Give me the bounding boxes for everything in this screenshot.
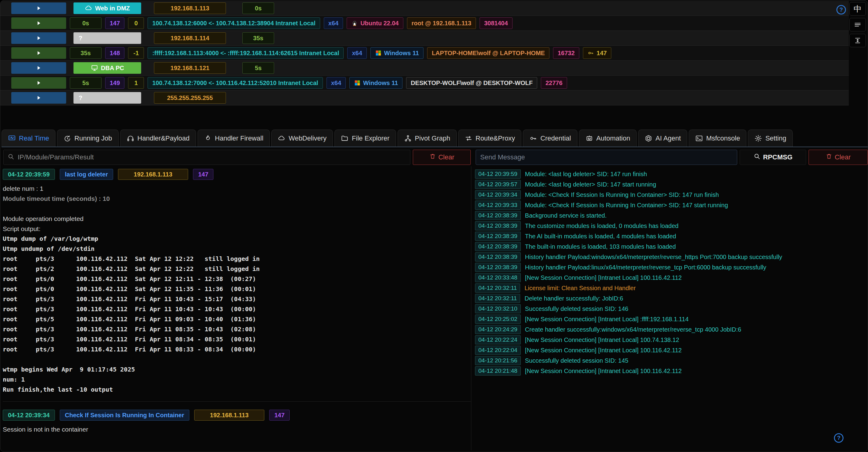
tab-label: Setting (765, 134, 786, 142)
rpc-log-time-chip: 04-12 20:39:34 (475, 190, 521, 199)
play-button[interactable] (11, 77, 66, 89)
play-button[interactable] (11, 92, 66, 104)
session-row[interactable]: 5s1491100.74.138.12:7000 <- 100.116.42.1… (0, 75, 849, 91)
log-time-chip: 04-12 20:39:59 (3, 169, 55, 180)
tab-handler-firewall[interactable]: Handler Firewall (197, 130, 270, 147)
filter-bar: Clear RPCMSG Clear (0, 149, 868, 165)
tab-credential[interactable]: Credential (523, 130, 577, 147)
vertical-resize-icon (854, 37, 862, 44)
rpcmsg-label: RPCMSG (763, 153, 793, 161)
search-input[interactable] (18, 153, 406, 161)
return-code-chip: -1 (128, 47, 144, 59)
send-message-input[interactable] (480, 153, 733, 161)
play-icon (35, 50, 42, 56)
send-message-box[interactable] (476, 150, 737, 165)
clear-left-label: Clear (438, 153, 455, 161)
os-chip: Windows 11 (370, 47, 424, 59)
return-code-chip: 1 (128, 77, 144, 89)
tab-webdelivery[interactable]: WebDelivery (271, 130, 333, 147)
session-row[interactable]: 0s1470100.74.138.12:6000 <- 100.74.138.1… (0, 16, 849, 31)
trash-icon (826, 153, 832, 160)
host-row[interactable]: ?255.255.255.255 (0, 91, 849, 105)
rpcmsg-button[interactable]: RPCMSG (740, 150, 806, 165)
rpc-log-message: License limit: Clean Session and Handler (524, 285, 636, 292)
rpc-log-time-chip: 04-12 20:22:04 (475, 346, 521, 355)
row-height-button[interactable] (849, 34, 866, 47)
host-label-chip[interactable]: DBA PC (73, 62, 141, 74)
play-icon (35, 65, 42, 71)
rpc-message-panel[interactable]: 04-12 20:39:59Module: <last log deleter>… (472, 166, 866, 450)
play-button[interactable] (11, 18, 66, 29)
play-icon (35, 95, 42, 101)
host-row[interactable]: DBA PC192.168.1.1215s (0, 61, 849, 75)
tab-msfconsole[interactable]: Msfconsole (689, 130, 746, 147)
session-id-chip: 147 (105, 18, 124, 29)
rpc-log-message: Module: <Check If Session Is Running In … (525, 202, 728, 209)
host-label-chip[interactable]: Web in DMZ (73, 2, 141, 14)
log-entry-header: 04-12 20:39:34Check If Session Is Runnin… (3, 410, 471, 421)
tab-automation[interactable]: Automation (579, 130, 637, 147)
tab-route-proxy[interactable]: Route&Proxy (458, 130, 522, 147)
host-ip-chip: 192.168.1.113 (154, 2, 226, 14)
rpc-log-row: 04-12 20:39:57Module: <last log deleter>… (475, 179, 866, 190)
play-button[interactable] (11, 47, 66, 59)
rpc-log-time-chip: 04-12 20:32:11 (475, 284, 520, 293)
rpc-log-message: History handler Payload:linux/x64/meterp… (525, 264, 767, 271)
host-row[interactable]: ?192.168.1.11435s (0, 31, 849, 46)
question-mark-icon: ? (836, 5, 846, 15)
rpc-log-message: Module: <Check If Session Is Running In … (525, 191, 719, 198)
tab-ai-agent[interactable]: AI Agent (638, 130, 687, 147)
tab-real-time[interactable]: Real Time (2, 130, 56, 147)
tab-running-job[interactable]: Running Job (57, 130, 119, 147)
rpc-log-message: [New Session Connection] [Intranet Local… (525, 274, 682, 281)
rpc-log-time-chip: 04-12 20:38:39 (475, 242, 521, 251)
host-label-chip[interactable]: ? (73, 32, 141, 44)
clear-left-button[interactable]: Clear (413, 150, 471, 165)
rpc-log-time-chip: 04-12 20:38:39 (475, 232, 521, 241)
user-chip: DESKTOP-WOLF\wolf @ DESKTOP-WOLF (406, 77, 537, 89)
checkin-time-chip: 0s (242, 2, 274, 14)
connection-chip: 100.74.138.12:7000 <- 100.116.42.112:520… (148, 77, 322, 89)
help-icon[interactable]: ? (836, 5, 846, 16)
log-output-line: Utmp undump of /dev/stdin (3, 244, 471, 254)
rpc-log-time-chip: 04-12 20:33:48 (475, 273, 521, 282)
clear-right-button[interactable]: Clear (809, 150, 868, 165)
log-time-chip: 04-12 20:39:34 (3, 410, 55, 421)
column-config-button[interactable] (849, 18, 866, 31)
host-label-chip[interactable]: ? (73, 92, 141, 104)
rpc-log-message: Module: <last log deleter> SID: 147 run … (525, 171, 647, 178)
session-row[interactable]: 35s148-1:ffff:192.168.1.113:4000 <- :fff… (0, 46, 849, 61)
host-ip-chip: 192.168.1.121 (154, 62, 226, 74)
play-button[interactable] (11, 2, 66, 14)
svg-text:?: ? (839, 6, 843, 13)
host-label-text: Web in DMZ (95, 5, 130, 12)
os-name: Windows 11 (363, 79, 398, 87)
rpc-log-time-chip: 04-12 20:25:02 (475, 315, 521, 324)
play-button[interactable] (11, 62, 66, 74)
language-toggle-button[interactable]: 中 (849, 2, 866, 15)
rpc-log-message: Delete handler successfully: JobID:6 (524, 295, 623, 302)
help-icon[interactable]: ? (834, 433, 844, 444)
tab-label: Route&Proxy (476, 134, 515, 142)
checkin-time-chip: 35s (70, 47, 101, 59)
windows-icon (375, 50, 382, 56)
ai-icon (645, 134, 652, 142)
module-result-panel[interactable]: 04-12 20:39:59last log deleter192.168.1.… (0, 166, 471, 450)
windows-icon (354, 79, 361, 86)
tab-handler-payload[interactable]: Handler&Payload (120, 130, 196, 147)
rpc-log-row: 04-12 20:22:04[New Session Connection] [… (475, 345, 866, 355)
host-row[interactable]: Web in DMZ192.168.1.1130s (0, 1, 849, 16)
tab-pivot-graph[interactable]: Pivot Graph (398, 130, 457, 147)
arch-chip: x64 (347, 47, 367, 59)
panel-divider (471, 166, 471, 450)
rpc-log-message: The customize modules is loaded, 0 modul… (525, 223, 679, 229)
clear-right-label: Clear (835, 153, 851, 161)
rpc-log-row: 04-12 20:21:56Successfully deleted sessi… (475, 355, 866, 366)
tab-label: WebDelivery (289, 134, 327, 142)
tab-setting[interactable]: Setting (748, 130, 793, 147)
rpc-log-message: [New Session Connection] [Intranet Local… (525, 367, 682, 375)
play-button[interactable] (11, 32, 66, 44)
search-box[interactable] (3, 150, 410, 165)
log-module-chip: last log deleter (60, 169, 113, 180)
tab-file-explorer[interactable]: File Explorer (335, 130, 396, 147)
